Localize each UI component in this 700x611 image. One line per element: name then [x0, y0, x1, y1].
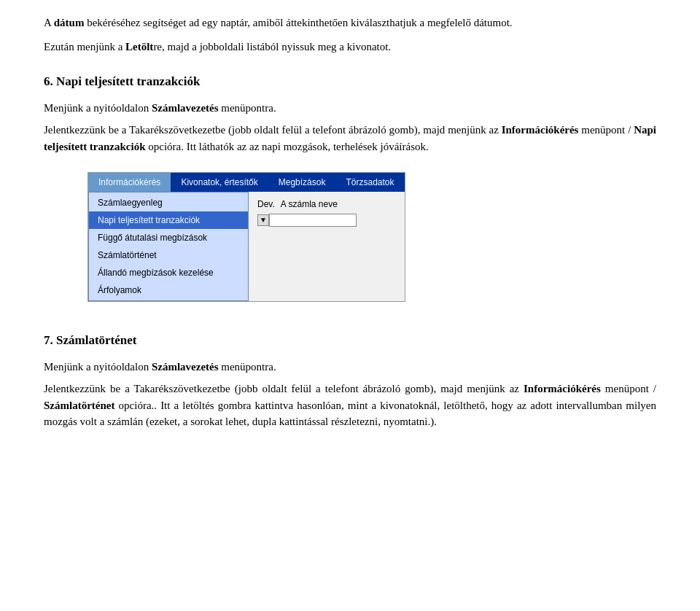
s6-p2-a: Jelentkezzünk be a Takarékszövetkezetbe … — [44, 124, 502, 136]
intro-text-d: re, majd a jobboldali listából nyissuk m… — [153, 41, 391, 52]
s6-p2-b: menüpont / — [578, 124, 634, 136]
section6-heading: 6. Napi teljesített tranzakciók — [44, 72, 656, 91]
s7-p1-bold: Számlavezetés — [152, 361, 219, 373]
intro-text-c: Ezután menjünk a — [44, 41, 125, 52]
menu-bar-item-megbizasok[interactable]: Megbízások — [268, 173, 336, 192]
section7-para2: Jelentkezzünk be a Takarékszövetkezetbe … — [44, 381, 656, 430]
field-label-szamlaneve: A számla neve — [281, 198, 338, 211]
s6-p1-a: Menjünk a nyitóoldalon — [44, 102, 152, 114]
field-label-dev: Dev. — [257, 198, 275, 211]
intro-text-a: A — [44, 17, 54, 28]
menu-bar-item-informaciokeres[interactable]: Információkérés — [88, 173, 171, 192]
menu-bar-item-torzsadatok[interactable]: Törzsadatok — [335, 173, 404, 192]
s6-p2-bold1: Információkérés — [502, 124, 579, 136]
intro-paragraph-2: Ezután menjünk a Letöltre, majd a jobbol… — [44, 39, 656, 55]
menu-body: Számlaegyenleg Napi teljesített tranzakc… — [88, 192, 405, 301]
menu-item-szamlaegyenleg[interactable]: Számlaegyenleg — [89, 194, 248, 211]
menu-item-fuggo-atutalas[interactable]: Függő átutalási megbízások — [89, 229, 248, 246]
section6-para2: Jelentkezzünk be a Takarékszövetkezetbe … — [44, 122, 656, 155]
section7-para1: Menjünk a nyitóoldalon Számlavezetés men… — [44, 359, 656, 375]
intro-bold-datum: dátum — [54, 17, 85, 28]
s7-p2-bold2: Számlatörténet — [44, 400, 114, 411]
section6-para1: Menjünk a nyitóoldalon Számlavezetés men… — [44, 100, 656, 117]
s7-p1-b: menüpontra. — [219, 361, 276, 373]
menu-item-napi-tranzakciok[interactable]: Napi teljesített tranzakciók — [89, 211, 248, 229]
menu-item-arfolyamok[interactable]: Árfolyamok — [89, 281, 248, 299]
menu-bar: Információkérés Kivonatok, értesítők Meg… — [88, 173, 405, 192]
s6-p1-bold: Számlavezetés — [152, 102, 219, 114]
menu-item-allando-megbizas[interactable]: Állandó megbízások kezelése — [89, 264, 248, 281]
s6-p2-c: opcióra. Itt láthatók az az napi mozgáso… — [146, 141, 429, 152]
intro-bold-letoltre: Letölt — [125, 41, 153, 52]
field-row-dev: Dev. A számla neve — [257, 198, 371, 211]
s7-p2-bold1: Információkérés — [524, 383, 601, 394]
menu-item-szamlatortenet[interactable]: Számlatörténet — [89, 246, 248, 264]
s7-p2-a: Jelentkezzünk be a Takarékszövetkezetbe … — [44, 383, 524, 394]
s7-p2-c: opcióra.. Itt a letöltés gombra kattintv… — [44, 400, 656, 428]
menu-right-panel: Dev. A számla neve ▼ — [249, 192, 380, 236]
intro-text-b: bekéréséhez segítséget ad egy naptár, am… — [84, 17, 512, 28]
menu-dropdown: Számlaegyenleg Napi teljesített tranzakc… — [88, 192, 249, 301]
field-row-input: ▼ — [257, 214, 371, 227]
section7-heading: 7. Számlatörténet — [44, 331, 656, 350]
dropdown-arrow[interactable]: ▼ — [257, 214, 269, 226]
s7-p2-b: menüpont / — [601, 383, 656, 394]
menu-bar-item-kivonatok[interactable]: Kivonatok, értesítők — [171, 173, 268, 192]
intro-paragraph-1: A dátum bekéréséhez segítséget ad egy na… — [44, 15, 656, 31]
menu-screenshot: Információkérés Kivonatok, értesítők Meg… — [88, 172, 405, 302]
account-name-field[interactable] — [269, 214, 357, 227]
s6-p1-b: menüpontra. — [219, 102, 276, 114]
s7-p1-a: Menjünk a nyitóoldalon — [44, 361, 152, 373]
